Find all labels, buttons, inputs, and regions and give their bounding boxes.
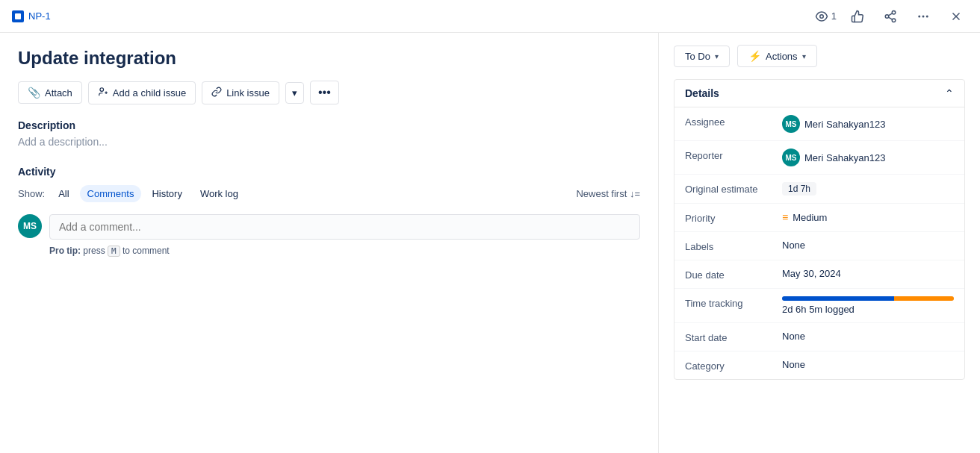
activity-title: Activity [18, 166, 640, 178]
comment-area: MS [18, 214, 640, 240]
attach-icon: 📎 [28, 87, 40, 99]
pro-tip: Pro tip: press M to comment [49, 246, 640, 257]
category-text: None [782, 359, 805, 370]
svg-point-7 [918, 15, 920, 17]
activity-filters: Show: All Comments History Work log Newe… [18, 185, 640, 202]
toolbar-more-button[interactable]: ••• [310, 81, 339, 104]
toolbar: 📎 Attach Add a child issue Link issue ▾ [18, 81, 640, 104]
time-track-remaining-bar [894, 296, 955, 301]
svg-point-12 [100, 87, 104, 91]
detail-row-priority: Priority ≡ Medium [674, 204, 964, 232]
actions-chevron-icon: ▾ [802, 52, 806, 60]
avatar-initials: MS [23, 221, 37, 231]
pro-tip-label: Pro tip: [49, 246, 81, 256]
svg-point-2 [892, 10, 896, 14]
assignee-avatar: MS [782, 115, 800, 133]
svg-rect-0 [15, 13, 21, 19]
svg-point-4 [892, 19, 896, 22]
startdate-text: None [782, 331, 805, 342]
sort-button[interactable]: Newest first ↓= [576, 188, 640, 199]
details-card: Details ⌃ Assignee MS Meri Sahakyan123 [674, 79, 965, 380]
category-value[interactable]: None [782, 359, 954, 370]
svg-point-1 [820, 14, 824, 18]
labels-value[interactable]: None [782, 240, 954, 251]
details-header[interactable]: Details ⌃ [674, 80, 964, 107]
top-bar-left: NP-1 [12, 10, 51, 22]
assignee-label: Assignee [685, 115, 782, 128]
attach-label: Attach [45, 87, 72, 99]
pro-tip-suffix: to comment [122, 246, 170, 256]
detail-row-reporter: Reporter MS Meri Sahakyan123 [674, 141, 964, 175]
share-button[interactable] [878, 4, 902, 28]
priority-icon: ≡ [782, 211, 788, 223]
time-track-logged-bar [782, 296, 894, 301]
details-body: Assignee MS Meri Sahakyan123 Reporter MS… [674, 107, 964, 379]
estimate-label: Original estimate [685, 182, 782, 195]
description-placeholder[interactable]: Add a description... [18, 136, 640, 148]
startdate-label: Start date [685, 331, 782, 343]
close-button[interactable] [944, 4, 968, 28]
detail-row-estimate: Original estimate 1d 7h [674, 175, 964, 204]
link-issue-label: Link issue [226, 87, 270, 99]
attach-button[interactable]: 📎 Attach [18, 81, 82, 104]
priority-value[interactable]: ≡ Medium [782, 211, 954, 223]
svg-point-8 [922, 15, 925, 17]
assignee-value[interactable]: MS Meri Sahakyan123 [782, 115, 954, 133]
link-issue-button[interactable]: Link issue [202, 81, 279, 104]
reporter-name: Meri Sahakyan123 [804, 152, 885, 163]
filter-worklog[interactable]: Work log [193, 185, 246, 202]
svg-point-3 [885, 14, 889, 18]
add-child-label: Add a child issue [113, 87, 186, 99]
issue-key-icon [12, 10, 24, 22]
status-chevron-icon: ▾ [715, 52, 719, 60]
like-button[interactable] [846, 4, 869, 28]
watch-button[interactable]: 1 [815, 10, 837, 23]
labels-text: None [782, 240, 805, 251]
add-child-issue-button[interactable]: Add a child issue [88, 81, 196, 104]
detail-row-timetracking: Time tracking 2d 6h 5m logged [674, 289, 964, 323]
timetracking-text: 2d 6h 5m logged [782, 304, 855, 315]
priority-text: Medium [793, 212, 827, 223]
labels-label: Labels [685, 240, 782, 252]
filter-history[interactable]: History [144, 185, 189, 202]
estimate-value[interactable]: 1d 7h [782, 182, 954, 196]
details-title: Details [685, 87, 719, 99]
sort-label: Newest first ↓= [576, 188, 640, 199]
svg-line-5 [888, 17, 892, 19]
detail-row-assignee: Assignee MS Meri Sahakyan123 [674, 107, 964, 141]
link-icon [211, 87, 222, 99]
actions-label: Actions [766, 51, 798, 62]
duedate-text: May 30, 2024 [782, 268, 841, 279]
comment-input[interactable] [49, 214, 640, 240]
description-title: Description [18, 119, 640, 131]
status-button[interactable]: To Do ▾ [674, 46, 730, 67]
status-bar: To Do ▾ ⚡ Actions ▾ [674, 45, 965, 67]
issue-key-link[interactable]: NP-1 [12, 10, 51, 22]
details-collapse-icon: ⌃ [945, 87, 954, 99]
startdate-value[interactable]: None [782, 331, 954, 342]
more-options-button[interactable] [911, 4, 935, 28]
duedate-label: Due date [685, 268, 782, 281]
page-title: Update integration [18, 48, 640, 69]
filter-comments[interactable]: Comments [80, 185, 142, 202]
time-track-bar [782, 296, 954, 301]
timetracking-label: Time tracking [685, 296, 782, 309]
reporter-value[interactable]: MS Meri Sahakyan123 [782, 149, 954, 166]
lightning-icon: ⚡ [748, 50, 761, 62]
top-bar-right: 1 [815, 4, 968, 28]
actions-button[interactable]: ⚡ Actions ▾ [737, 45, 817, 67]
timetracking-value[interactable]: 2d 6h 5m logged [782, 296, 954, 315]
top-bar: NP-1 1 [0, 0, 980, 33]
svg-point-9 [926, 15, 928, 17]
toolbar-dropdown-button[interactable]: ▾ [285, 82, 304, 104]
svg-line-6 [888, 13, 892, 15]
issue-key-text: NP-1 [28, 10, 51, 22]
user-avatar: MS [18, 214, 42, 238]
add-child-icon [98, 87, 108, 99]
duedate-value[interactable]: May 30, 2024 [782, 268, 954, 279]
filter-all[interactable]: All [51, 185, 76, 202]
watch-count: 1 [831, 10, 837, 22]
estimate-badge: 1d 7h [782, 182, 816, 196]
main-content: Update integration 📎 Attach Add a child … [0, 33, 980, 453]
category-label: Category [685, 359, 782, 372]
